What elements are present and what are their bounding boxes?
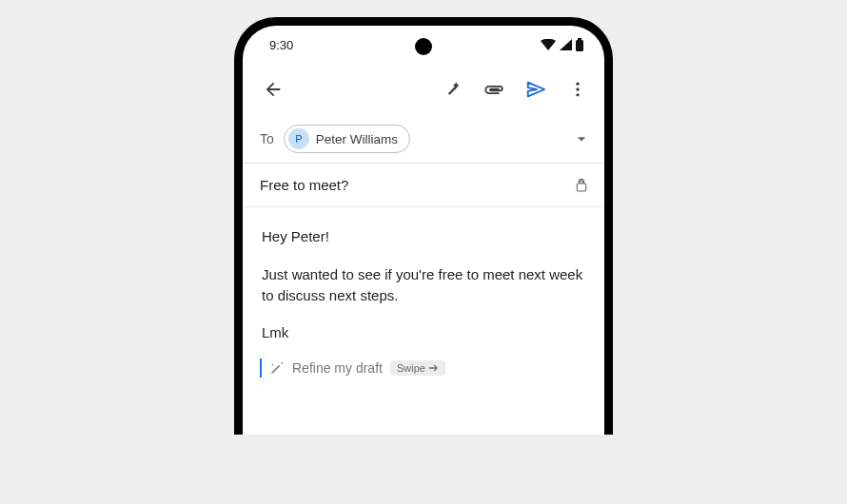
body-line-1: Hey Peter! <box>262 226 585 247</box>
phone-frame: 9:30 To <box>234 17 613 435</box>
attach-button[interactable] <box>473 68 515 110</box>
expand-recipients-icon[interactable] <box>572 129 591 148</box>
svg-point-3 <box>576 87 579 90</box>
signal-icon <box>560 39 572 50</box>
to-label: To <box>260 131 274 146</box>
battery-icon <box>576 38 583 51</box>
recipient-name: Peter Williams <box>316 132 398 146</box>
status-bar: 9:30 <box>243 26 604 64</box>
pencil-sparkle-icon <box>269 360 285 376</box>
svg-point-2 <box>576 83 579 86</box>
recipients-row[interactable]: To P Peter Williams <box>243 115 604 164</box>
wifi-icon <box>541 39 556 50</box>
refine-draft-row[interactable]: Refine my draft Swipe <box>243 359 604 397</box>
text-cursor <box>260 359 262 378</box>
svg-rect-1 <box>576 40 583 51</box>
lock-icon <box>574 178 589 193</box>
subject-row[interactable]: Free to meet? <box>243 164 604 207</box>
email-body[interactable]: Hey Peter! Just wanted to see if you're … <box>243 207 604 359</box>
status-icons <box>541 38 583 51</box>
refine-label: Refine my draft <box>292 360 383 376</box>
send-button[interactable] <box>515 68 557 110</box>
compose-toolbar <box>243 64 604 115</box>
svg-point-4 <box>576 93 579 96</box>
swipe-hint-label: Swipe <box>397 362 425 374</box>
body-line-3: Lmk <box>262 322 585 343</box>
more-button[interactable] <box>557 68 599 110</box>
subject-input[interactable]: Free to meet? <box>260 177 348 193</box>
swipe-hint: Swipe <box>390 360 445 376</box>
camera-hole <box>415 38 432 55</box>
back-button[interactable] <box>252 68 294 110</box>
magic-compose-button[interactable] <box>431 68 473 110</box>
svg-rect-0 <box>578 38 581 40</box>
body-line-2: Just wanted to see if you're free to mee… <box>262 264 585 306</box>
status-time: 9:30 <box>269 38 293 52</box>
recipient-chip[interactable]: P Peter Williams <box>284 125 410 153</box>
recipient-avatar: P <box>288 128 309 149</box>
